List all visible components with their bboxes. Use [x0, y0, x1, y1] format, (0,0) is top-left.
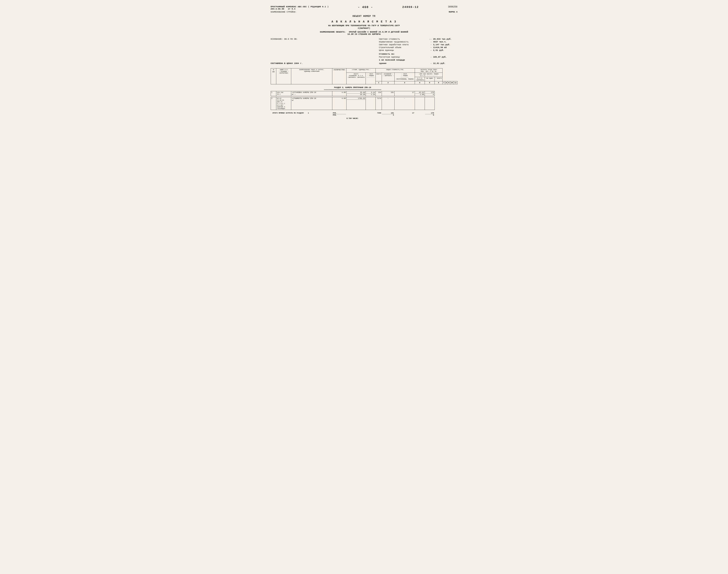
smetnaya-stoimost-row: Сметная стоимость -- 28,633 тыс.руб.	[379, 38, 457, 40]
row1-obsh-osn: 101	[382, 91, 394, 96]
v-tom-chisle-row: В ТОМ ЧИСЛЕ:	[271, 117, 457, 121]
th-obsh-label: ОБЩАЯ СТОИМОСТЬ,РУБ.	[376, 69, 415, 73]
smetnaya-stoimost-label: Сметная стоимость	[379, 38, 428, 40]
separator-cell	[271, 84, 435, 86]
row2-shifr: ПР-НТ 23-88-81 АОП.24 П.1 К=1.1 К=1.087 …	[276, 97, 291, 110]
row1-obsh-ekspl: 17	[394, 91, 415, 96]
tsena-edinitsy-value: 2,51 руб.	[433, 49, 457, 51]
zdaniya-value: 12,81 руб.	[433, 62, 457, 65]
th-zatr-t9: :9 Т.Ч.:ЗАРПЛАТЫ	[415, 77, 425, 81]
row2-kol: 4.00	[332, 97, 346, 110]
smetnaya-zarplata-row: Сметная заработная плата - 3,147 тыс.руб…	[379, 44, 457, 46]
row1-shifr: Е20-788 38-1	[276, 91, 291, 96]
itogo-empty	[346, 112, 376, 117]
razdel-row: РАЗДЕЛ 3; КАМЕРА ПРИТОЧНАЯ 2ПК-10 ======…	[271, 86, 457, 91]
itogo-zatr-vsego: 170 6	[425, 112, 435, 117]
itogo-obsh-ekspl: 17	[394, 112, 415, 117]
cost-dash-2: -	[430, 41, 432, 43]
itogo-zatr-empty	[415, 112, 425, 117]
th-stoim-label: :СТОИМ. ЕДИНИЦЫ,РУБ.:	[346, 69, 376, 73]
normativnaya-trudoemkost-row: Нормативная трудоемкость - 4937 чел.ч.	[379, 41, 457, 43]
col-num-2: 2	[382, 81, 394, 84]
forma: ФОРМА 4	[449, 11, 457, 13]
col-num-9: 9	[448, 81, 450, 84]
smetnaya-zarplata-value: 3,147 тыс.руб.	[433, 44, 457, 46]
sostavlena: СОСТАВЛЕНА В ЦЕНАХ 1984 г.	[271, 62, 303, 65]
reg-number: 3898258	[448, 6, 457, 8]
row1-kol: 4.00	[332, 91, 346, 96]
main-table: НПП :ШИФР И Н:: ПОЗИЦИИ ::НОРМАТИВА: НАИ…	[271, 68, 457, 121]
table-row: 2 ПР-НТ 23-88-81 АОП.24 П.1 К=1.1 К=1.08…	[271, 97, 457, 110]
stroitelnyy-obem-label: Строительный объем	[379, 46, 429, 49]
cost-dash-5: -	[430, 49, 432, 51]
row2-zatr-vsego	[425, 97, 435, 110]
cost-dash-6: -	[430, 56, 432, 58]
version-left: 294-3-56.90	[271, 8, 284, 10]
row2-n: 2	[271, 97, 276, 110]
cost-dash-4: -	[430, 46, 432, 49]
col-num-4: 4	[415, 81, 425, 84]
itogo-unit: РУБ. РУБ.	[332, 112, 346, 117]
naim-obekta-value: КРЫТЫЙ БАССЕЙН С ВАННОЙ 25.8,5М И ДЕТСКО…	[349, 31, 408, 33]
th-zatr-label: :ЗАТРАТЫ ТРУДА РАБО-:МИХ, ЧЕЛ.-Ч НЕ ЗА-	[415, 69, 443, 73]
object-nomer: ОБЪЕКТ НОМЕР ТП	[271, 15, 457, 17]
col-num-3: 3	[394, 81, 415, 84]
col-num-8: 8	[445, 81, 447, 84]
table-header-row1: НПП :ШИФР И Н:: ПОЗИЦИИ ::НОРМАТИВА: НАИ…	[271, 69, 457, 73]
row2-ekspl	[366, 97, 376, 110]
row2-zatr-t9	[415, 97, 425, 110]
raschetnuyu-edinitsu-label: Расчетную единицу	[379, 56, 429, 58]
itogo-row: ИТОГО ПРЯМЫЕ ЗАТРАТЫ ПО РАЗДЕЛУ 1 РУБ. Р…	[271, 112, 457, 117]
separator-row	[271, 84, 457, 86]
th-obsh-vsego: ВСЕГО	[376, 73, 382, 81]
col-num-1: 1	[376, 81, 382, 84]
page: ПРОГРАММНЫЙ КОМПЛЕКС АВС-3ЕС ( РЕДАКЦИЯ …	[271, 6, 457, 121]
naim-obekta-label: НАИМЕНОВАНИЕ ОБЪЕКТА-	[320, 31, 346, 33]
naim-stroyki: НАИМЕНОВАНИЕ СТРОЙКИ-	[271, 11, 297, 13]
page-number: - 460 -	[358, 6, 373, 9]
th-shifr: :ШИФР И Н:: ПОЗИЦИИ ::НОРМАТИВА:	[276, 69, 291, 84]
zdaniya-row: здания - 12,81 руб.	[379, 62, 457, 65]
v-tom-chisle-label: В ТОМ ЧИСЛЕ:	[271, 117, 435, 121]
row2-naim: •СТОИМОСТЬ КАМЕРЫ 2ПК-10ШТ	[291, 97, 332, 110]
stroitelnyy-obem-row: Строительный объем - 11416,50 м3	[379, 46, 457, 49]
th-obsh-osn: :ОСНОВНОЙ :: ЗАРПЛАТЫ :	[382, 73, 394, 81]
row2-obsh-osn: -	[382, 97, 394, 110]
stoimost-na-label: Стоимость на:	[379, 53, 457, 55]
title-main: А В К А Л Ь Н А Я С М Е Т А 3	[271, 20, 457, 24]
th-obsh-ekspl: : ЭКСП.: МАШИН:--------:ОБСЛУЖИВАЮЩ. МАШ…	[394, 73, 415, 81]
row1-vsego: 33.4025.28	[346, 91, 366, 96]
th-n: НПП	[271, 69, 276, 84]
th-zatr-na-edince: :НА ЕДИН.	[425, 77, 435, 81]
itogo-label: ИТОГО ПРЯМЫЕ ЗАТРАТЫ ПО РАЗДЕЛУ 1	[271, 112, 332, 117]
row2-obsh-vsego: 7174	[376, 97, 382, 110]
col-num-5: 5	[425, 81, 435, 84]
table-row: 1 Е20-788 38-1 •УСТАНОВКА КАМЕРЫ 2ПК-10Ш…	[271, 91, 457, 96]
row1-zatr-t9: 42.521.60	[415, 91, 425, 96]
row1-ekspl: 4.141.24	[366, 91, 376, 96]
col-num-11: 11	[454, 81, 457, 84]
header-left: ПРОГРАММНЫЙ КОМПЛЕКС АВС-3ЕС ( РЕДАКЦИЯ …	[271, 6, 329, 10]
row2-obsh-ekspl: -	[394, 97, 415, 110]
naim-obekta-value2: 18.6М СО СТЕНАМИ ИЗ КИРПИЧА	[271, 33, 457, 35]
header-top: ПРОГРАММНЫЙ КОМПЛЕКС АВС-3ЕС ( РЕДАКЦИЯ …	[271, 6, 457, 10]
tsena-edinitsy-row: Цена единицы - 2,51 руб.	[379, 49, 457, 51]
tsena-edinitsy-label: Цена единицы	[379, 49, 429, 51]
itogo-obsh-vsego: 7308	[376, 112, 382, 117]
row1-zatr-vsego: 1706	[425, 91, 435, 96]
normativnaya-trudoemkost-label: Нормативная трудоемкость	[379, 41, 429, 43]
naim-obekta-row: НАИМЕНОВАНИЕ ОБЪЕКТА- КРЫТЫЙ БАССЕЙН С В…	[271, 31, 457, 33]
cost-block: Сметная стоимость -- 28,633 тыс.руб. Нор…	[379, 38, 457, 61]
row2-vsego: 1793.55-	[346, 97, 366, 110]
smetnaya-zarplata-label: Сметная заработная плата	[379, 44, 429, 46]
raschetnuyu-edinitsu-value: 105,07 руб.	[433, 56, 457, 58]
itogo-obsh-osn: 101 3	[382, 112, 394, 117]
stroitelnyy-obem-value: 11416,50 м3	[433, 46, 457, 49]
version-right: от 9.4	[288, 8, 295, 10]
row1-obsh-vsego: 134	[376, 91, 382, 96]
cost-dash-1: --	[429, 38, 431, 40]
th-naim: НАИМЕНОВАНИЕ РАБОТ И ЗАТРАТ,ЕДИНИЦА ИЗМЕ…	[291, 69, 332, 84]
razdel-label: РАЗДЕЛ 3; КАМЕРА ПРИТОЧНАЯ 2ПК-10 ======…	[271, 86, 435, 91]
th-zatr-vsego: : ВСЕГО	[435, 77, 443, 81]
normativnaya-trudoemkost-value: 4937 чел.ч.	[433, 41, 457, 43]
